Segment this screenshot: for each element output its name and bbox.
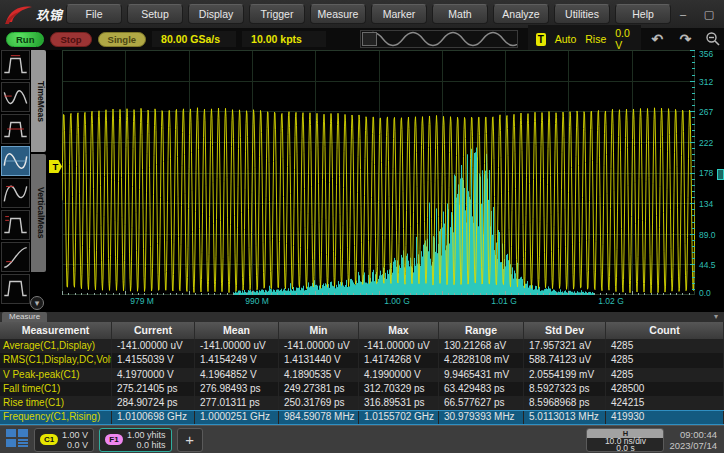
meas-thumb-sine-skew[interactable]	[1, 178, 30, 208]
meas-max: 316.89531 ps	[359, 396, 439, 410]
trigger-source-badge[interactable]: T	[536, 33, 546, 46]
meas-stddev: 588.74123 uV	[524, 353, 606, 367]
menu-math[interactable]: Math	[432, 4, 488, 24]
meas-min: 249.27381 ps	[279, 382, 359, 396]
sidebar-collapse-icon[interactable]: ▾	[30, 296, 44, 310]
trigger-slope-value[interactable]: Rise	[585, 33, 606, 45]
function-chip-f1[interactable]: F1 1.00 yhits 0.0 hits	[99, 428, 172, 452]
c1-scale-value: 1.00 V	[62, 430, 88, 440]
meas-stddev: 2.0554199 mV	[524, 368, 606, 382]
minimize-icon[interactable]: –	[675, 6, 691, 22]
meas-thumb-pulse-marked[interactable]	[1, 210, 30, 240]
y-axis-tick: 312	[699, 77, 713, 87]
tab-measure[interactable]: Measure	[2, 312, 47, 322]
maximize-icon[interactable]: ▢	[701, 6, 717, 22]
horizontal-chip[interactable]: H 10.0 ns/div 0.0 s	[586, 428, 664, 452]
undo-icon[interactable]: ↶	[647, 30, 667, 48]
channel-chip-c1[interactable]: C1 1.00 V 0.0 V	[34, 428, 94, 452]
menu-file[interactable]: File	[66, 4, 122, 24]
table-row-vpp[interactable]: V Peak-peak(C1) 4.1970000 V 4.1964852 V …	[0, 368, 724, 382]
trigger-level-marker[interactable]: T	[49, 160, 62, 173]
table-row-falltime[interactable]: Fall time(C1) 275.21405 ps 276.98493 ps …	[0, 382, 724, 396]
stop-button[interactable]: Stop	[50, 32, 91, 47]
tab-time-meas[interactable]: TimeMeas	[31, 50, 46, 152]
timebase-window-handle[interactable]	[362, 32, 377, 46]
x-axis-tick: 979 M	[130, 296, 154, 306]
single-button[interactable]: Single	[98, 32, 147, 47]
table-row-risetime[interactable]: Rise time(C1) 284.90724 ps 277.01311 ps …	[0, 396, 724, 410]
meas-name: Average(C1,Display)	[0, 339, 112, 353]
meas-stddev: 8.5968968 ps	[524, 396, 606, 410]
y-axis-tick: 0.0	[699, 288, 711, 298]
menu-help[interactable]: Help	[615, 4, 671, 24]
x-axis: 979 M 990 M 1.00 G 1.01 G 1.02 G	[62, 296, 695, 308]
meas-thumb-fall-sine[interactable]	[1, 82, 30, 112]
menu-utilities[interactable]: Utilities	[554, 4, 610, 24]
layout-grid-icon[interactable]	[5, 428, 29, 452]
meas-mean: -141.00000 uV	[195, 339, 279, 353]
meas-thumb-rise-half-sine[interactable]	[1, 242, 30, 272]
tab-vertical-meas[interactable]: VerticalMeas	[31, 154, 46, 272]
menu-analyze[interactable]: Analyze	[493, 4, 549, 24]
meas-current: 1.0100698 GHz	[112, 411, 195, 423]
meas-max: 312.70329 ps	[359, 382, 439, 396]
x-axis-tick: 1.00 G	[384, 296, 410, 306]
x-axis-tick: 990 M	[245, 296, 269, 306]
meas-thumb-pulse-top[interactable]	[1, 274, 30, 304]
col-stddev: Std Dev	[524, 322, 606, 339]
meas-thumb-pulse-width[interactable]	[1, 114, 30, 144]
zoom-out-icon[interactable]	[703, 30, 723, 48]
meas-max: 1.0155702 GHz	[359, 411, 439, 423]
menu-marker[interactable]: Marker	[371, 4, 427, 24]
meas-count: 4285	[606, 339, 724, 353]
meas-name: RMS(C1,Display,DC,Volt)	[0, 353, 112, 367]
col-current: Current	[112, 322, 195, 339]
f1-offset-value: 0.0 hits	[137, 440, 166, 450]
redo-icon[interactable]: ↷	[675, 30, 695, 48]
panel-collapse-icon[interactable]: ▾	[714, 312, 718, 322]
y-axis-tick: 178	[699, 168, 713, 178]
logo-swoosh-icon	[4, 3, 34, 25]
menu-trigger[interactable]: Trigger	[249, 4, 305, 24]
meas-count: 428500	[606, 382, 724, 396]
clock: 09:00:44 2023/07/14	[669, 429, 719, 451]
y-axis-tick: 89.0	[699, 230, 716, 240]
memory-depth-value[interactable]: 10.00 kpts	[242, 31, 326, 47]
measure-panel: Measure ▾ Measurement Current Mean Min M…	[0, 312, 724, 425]
meas-count: 424215	[606, 396, 724, 410]
scope-display-area: 356 312 267 222 178 134 89.0 44.5 0.0 97…	[62, 50, 724, 312]
add-trace-button[interactable]: +	[177, 428, 203, 452]
trigger-level-value[interactable]: 0.0 V	[615, 27, 633, 51]
timebase-preview[interactable]	[360, 30, 518, 48]
logo-text: 玖锦	[36, 5, 62, 24]
meas-max: -141.00000 uV	[359, 339, 439, 353]
time-value: 09:00:44	[680, 429, 717, 440]
meas-name: Fall time(C1)	[0, 382, 112, 396]
menu-setup[interactable]: Setup	[127, 4, 183, 24]
x-axis-tick: 1.02 G	[598, 296, 624, 306]
meas-current: 1.4155039 V	[112, 353, 195, 367]
meas-range: 63.429483 ps	[439, 382, 524, 396]
meas-mean: 1.0000251 GHz	[195, 411, 279, 423]
scope-display[interactable]	[62, 50, 695, 295]
f1-trace-marker-icon[interactable]	[717, 169, 724, 180]
meas-stddev: 5.0113013 MHz	[524, 411, 606, 423]
workspace: TimeMeas VerticalMeas T ▾ 356 312 267 22…	[0, 50, 724, 312]
meas-name: Rise time(C1)	[0, 396, 112, 410]
y-axis-tick: 44.5	[699, 260, 716, 270]
meas-min: 984.59078 MHz	[279, 411, 359, 423]
menu-display[interactable]: Display	[188, 4, 244, 24]
table-row-frequency-selected[interactable]: Frequency(C1,Rising) 1.0100698 GHz 1.000…	[0, 410, 724, 424]
meas-thumb-sine-selected[interactable]	[1, 146, 30, 176]
meas-thumb-rise-pulse[interactable]	[1, 50, 30, 80]
sample-rate-value[interactable]: 80.00 GSa/s	[152, 31, 236, 47]
meas-mean: 4.1964852 V	[195, 368, 279, 382]
horizontal-position-value: 0.0 s	[587, 445, 663, 452]
table-row-rms[interactable]: RMS(C1,Display,DC,Volt) 1.4155039 V 1.41…	[0, 353, 724, 367]
histogram-reference-marker[interactable]	[393, 287, 403, 294]
meas-range: 9.9465431 mV	[439, 368, 524, 382]
run-button[interactable]: Run	[6, 32, 44, 47]
menu-measure[interactable]: Measure	[310, 4, 366, 24]
trigger-mode-value[interactable]: Auto	[555, 33, 577, 45]
table-row-average[interactable]: Average(C1,Display) -141.00000 uV -141.0…	[0, 339, 724, 353]
